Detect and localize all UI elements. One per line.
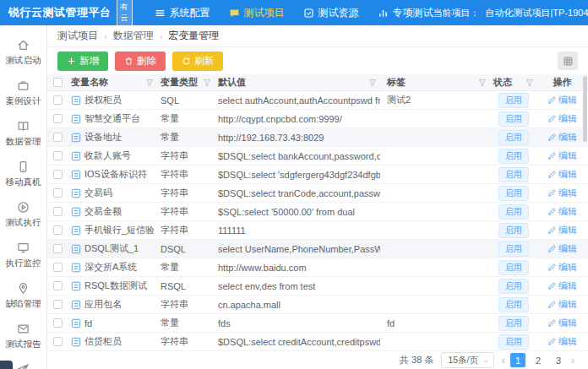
status-enable-button[interactable]: 启用 (498, 260, 529, 275)
row-checkbox[interactable] (53, 225, 63, 235)
status-enable-button[interactable]: 启用 (498, 130, 529, 145)
status-enable-button[interactable]: 启用 (498, 204, 529, 220)
edit-link[interactable]: 编辑 (547, 168, 577, 181)
row-checkbox[interactable] (53, 133, 63, 142)
row-checkbox[interactable] (53, 263, 63, 272)
edit-link[interactable]: 编辑 (547, 149, 577, 162)
variable-doc-icon (71, 225, 81, 236)
table-row[interactable]: 交易金额 字符串 $SQL:select '50000.00' from dua… (47, 203, 588, 221)
row-checkbox[interactable] (53, 244, 63, 253)
filter-icon[interactable] (368, 79, 377, 87)
row-checkbox[interactable] (53, 300, 63, 309)
status-enable-button[interactable]: 启用 (498, 186, 529, 201)
edit-link[interactable]: 编辑 (547, 205, 577, 218)
edit-link[interactable]: 编辑 (547, 94, 577, 106)
status-enable-button[interactable]: 启用 (498, 111, 529, 127)
table-row[interactable]: 应用包名 字符串 cn.apacha.mall 启用 编辑 (47, 296, 588, 314)
page-size-select[interactable]: 15条/页 ⌄ (441, 352, 494, 368)
status-enable-button[interactable]: 启用 (498, 316, 529, 331)
status-enable-button[interactable]: 启用 (498, 167, 529, 182)
table-row[interactable]: 设备地址 常量 http://192.168.73.43:8029 启用 编辑 (47, 128, 588, 147)
filter-icon[interactable] (203, 79, 211, 87)
edit-link[interactable]: 编辑 (547, 261, 577, 274)
corner-widget[interactable] (0, 361, 13, 369)
default-value: $DSQL:select 'sdgfergerg43dgf234dfgbgfb'… (215, 170, 380, 180)
table-row[interactable]: 收款人账号 字符串 $DSQL:select bankAccount,passw… (47, 147, 588, 166)
filter-icon[interactable] (525, 79, 534, 87)
sidebar-item-data-management[interactable]: 数据管理 (0, 113, 46, 154)
variable-name: 信贷柜员 (84, 335, 122, 348)
status-enable-button[interactable]: 启用 (498, 93, 529, 108)
edit-link[interactable]: 编辑 (547, 112, 577, 125)
table-body: 授权柜员 SQL select authAccount,authAccountp… (47, 91, 588, 351)
status-enable-button[interactable]: 启用 (498, 334, 529, 350)
table-row[interactable]: IOS设备标识符 字符串 $DSQL:select 'sdgfergerg43d… (47, 166, 588, 184)
status-enable-button[interactable]: 启用 (498, 223, 529, 238)
filter-icon[interactable] (145, 79, 154, 87)
status-enable-button[interactable]: 启用 (498, 297, 529, 312)
edit-link[interactable]: 编辑 (547, 279, 577, 292)
edit-link[interactable]: 编辑 (547, 317, 577, 329)
status-enable-button[interactable]: 启用 (498, 149, 529, 164)
nav-item-system-config[interactable]: 系统配置 (155, 6, 210, 20)
row-checkbox[interactable] (53, 207, 63, 216)
row-checkbox[interactable] (53, 318, 63, 328)
table-row[interactable]: DSQL测试_1 DSQL select UserName,PhoneNumbe… (47, 240, 588, 258)
refresh-button[interactable]: 刷新 (172, 52, 223, 71)
table-row[interactable]: 智慧交通平台 常量 http://cqypt.cnpcbd.com:9999/ … (47, 110, 588, 128)
scrollbar-thumb[interactable] (583, 76, 587, 142)
row-checkbox[interactable] (53, 281, 63, 290)
sidebar-item-case-design[interactable]: 案例设计 (0, 73, 46, 113)
current-project-name[interactable]: 自动化测试项目|TP-1904- (486, 7, 588, 19)
edit-link[interactable]: 编辑 (547, 335, 577, 348)
row-checkbox[interactable] (53, 114, 63, 123)
status-enable-button[interactable]: 启用 (498, 241, 529, 257)
sidebar-item-defect-management[interactable]: 缺陷管理 (0, 275, 46, 316)
status-enable-button[interactable]: 启用 (498, 279, 529, 294)
variable-doc-icon (71, 133, 81, 143)
table-row[interactable]: 信贷柜员 字符串 $DSQL:select creditAccount,cred… (47, 333, 588, 351)
page-button-3[interactable]: 3 (551, 353, 566, 367)
delete-button[interactable]: 删除 (115, 52, 166, 71)
nav-item-special-test[interactable]: 专项测试 (378, 6, 433, 20)
edit-link[interactable]: 编辑 (547, 131, 577, 144)
column-settings-button[interactable] (558, 52, 578, 70)
edit-link[interactable]: 编辑 (547, 187, 577, 199)
default-value: fds (215, 318, 380, 328)
filter-icon[interactable] (478, 79, 487, 87)
sidebar-item-mobile-device[interactable]: 移动真机 (0, 154, 46, 194)
breadcrumb-item-test-project[interactable]: 测试项目 (57, 29, 98, 43)
sidebar-item-test-report[interactable]: 测试报告 (0, 316, 46, 356)
table-row[interactable]: fd 常量 fds fd 启用 编辑 (47, 314, 588, 333)
sidebar-item-test-execution[interactable]: 测试执行 (0, 194, 46, 235)
row-checkbox[interactable] (53, 188, 63, 198)
add-button[interactable]: 新增 (57, 52, 108, 71)
row-checkbox[interactable] (53, 95, 63, 105)
grid-icon (563, 56, 574, 67)
toolbar: 新增 删除 刷新 (47, 47, 588, 74)
monitor-icon (17, 241, 30, 254)
sidebar-item-execution-monitor[interactable]: 执行监控 (0, 235, 46, 275)
pencil-icon (547, 282, 556, 290)
table-row[interactable]: 交易码 字符串 $DSQL:select tranCode,account,pa… (47, 184, 588, 203)
edit-link[interactable]: 编辑 (547, 242, 577, 255)
nav-item-test-resource[interactable]: 测试资源 (303, 6, 359, 20)
select-all-checkbox[interactable] (53, 78, 63, 87)
nav-item-test-project[interactable]: 测试项目 (229, 6, 285, 20)
breadcrumb-item-data-management[interactable]: 数据管理 (113, 29, 154, 43)
edit-link[interactable]: 编辑 (547, 298, 577, 311)
sidebar-item-test-launch[interactable]: 测试启动 (0, 32, 46, 73)
table-row[interactable]: 深交所A系统 常量 http://www.baidu.com 启用 编辑 (47, 258, 588, 277)
next-page-button[interactable]: › (571, 355, 574, 366)
table-row[interactable]: RSQL数据测试 RSQL select env,des from test 启… (47, 277, 588, 296)
page-button-1[interactable]: 1 (510, 353, 525, 367)
row-checkbox[interactable] (53, 151, 63, 160)
prev-page-button[interactable]: ‹ (502, 355, 505, 366)
page-button-2[interactable]: 2 (531, 353, 546, 367)
row-checkbox[interactable] (53, 170, 63, 179)
row-checkbox[interactable] (53, 337, 63, 346)
table-row[interactable]: 授权柜员 SQL select authAccount,authAccountp… (47, 91, 588, 110)
variable-doc-icon (71, 300, 81, 310)
edit-link[interactable]: 编辑 (547, 224, 577, 236)
table-row[interactable]: 手机银行_短信验证码 字符串 111111 启用 编辑 (47, 221, 588, 240)
